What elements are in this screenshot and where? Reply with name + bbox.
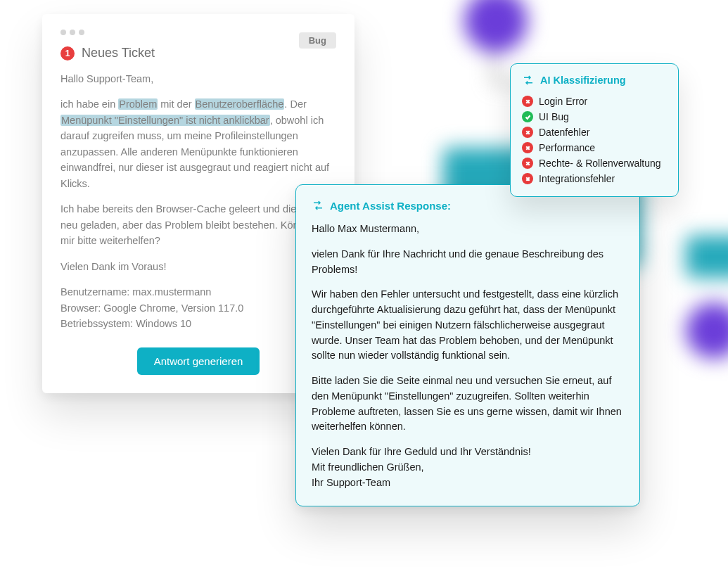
assist-paragraph: vielen Dank für Ihre Nachricht und die g… <box>312 247 624 278</box>
ticket-number-badge: 1 <box>60 46 75 60</box>
ticket-title: Neues Ticket <box>82 46 155 60</box>
ai-classification-header: AI Klassifizierung <box>522 74 667 87</box>
assist-greeting: Hallo Max Mustermann, <box>312 222 624 237</box>
classification-item: Rechte- & Rollenverwaltung <box>522 155 667 171</box>
generate-response-button[interactable]: Antwort generieren <box>137 347 260 375</box>
agent-assist-header: Agent Assist Response: <box>312 199 624 212</box>
check-icon <box>522 111 533 122</box>
x-icon <box>522 173 533 184</box>
classification-label: Login Error <box>539 96 587 107</box>
x-icon <box>522 127 533 138</box>
classification-item: UI Bug <box>522 109 667 124</box>
classification-item: Integrationsfehler <box>522 171 667 186</box>
assist-paragraph: Bitte laden Sie die Seite einmal neu und… <box>312 374 624 435</box>
window-dot <box>70 30 75 35</box>
assist-icon <box>312 199 324 212</box>
window-controls <box>60 30 336 35</box>
x-icon <box>522 96 533 107</box>
assist-paragraph: Wir haben den Fehler untersucht und fest… <box>312 287 624 364</box>
window-dot <box>79 30 84 35</box>
window-dot <box>60 30 66 35</box>
assist-closing: Vielen Dank für Ihre Geduld und Ihr Vers… <box>312 445 624 490</box>
assist-icon <box>522 74 535 87</box>
ticket-paragraph: ich habe ein Problem mit der Benutzerobe… <box>60 96 336 191</box>
classification-label: Performance <box>539 142 595 153</box>
ai-classification-card: AI Klassifizierung Login ErrorUI BugDate… <box>510 63 679 197</box>
ticket-greeting: Hallo Support-Team, <box>60 71 336 87</box>
ai-classification-title: AI Klassifizierung <box>540 75 626 86</box>
x-icon <box>522 158 533 169</box>
classification-label: Integrationsfehler <box>539 173 615 184</box>
agent-assist-title: Agent Assist Response: <box>330 200 451 212</box>
classification-item: Datenfehler <box>522 124 667 140</box>
agent-assist-card: Agent Assist Response: Hallo Max Musterm… <box>295 184 640 506</box>
classification-label: UI Bug <box>539 111 569 122</box>
highlight: Menüpunkt "Einstellungen" ist nicht ankl… <box>60 115 270 126</box>
classification-label: Datenfehler <box>539 127 589 138</box>
agent-assist-body: Hallo Max Mustermann, vielen Dank für Ih… <box>312 222 624 490</box>
highlight: Problem <box>118 98 158 110</box>
classification-list: Login ErrorUI BugDatenfehlerPerformanceR… <box>522 94 667 186</box>
classification-label: Rechte- & Rollenverwaltung <box>539 158 661 169</box>
ticket-tag: Bug <box>299 32 336 49</box>
classification-item: Performance <box>522 140 667 155</box>
highlight: Benutzeroberfläche <box>195 98 285 110</box>
x-icon <box>522 142 533 153</box>
classification-item: Login Error <box>522 94 667 109</box>
